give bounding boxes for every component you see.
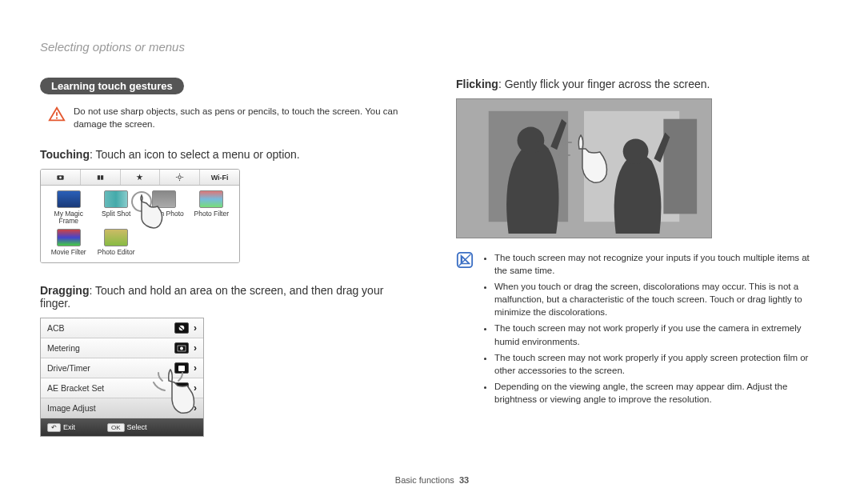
tab-star-icon[interactable] <box>121 170 161 185</box>
dragging-desc: : Touch and hold an area on the screen, … <box>40 284 383 310</box>
warning-callout: Do not use sharp objects, such as pens o… <box>40 106 408 130</box>
tab-camera-icon[interactable] <box>41 170 81 185</box>
svg-point-7 <box>178 176 182 179</box>
svg-marker-6 <box>137 174 143 180</box>
right-column: Flicking: Gently flick your finger acros… <box>456 78 824 437</box>
list-row-metering[interactable]: Metering› <box>41 338 203 358</box>
exit-hint: ↶Exit <box>47 423 75 432</box>
flicking-label: Flicking <box>456 78 498 90</box>
tab-gear-icon[interactable] <box>160 170 200 185</box>
tab-split-icon[interactable] <box>81 170 121 185</box>
touching-label: Touching <box>40 148 90 161</box>
main-columns: Learning touch gestures Do not use sharp… <box>40 78 824 437</box>
page-footer: Basic functions 33 <box>0 475 864 485</box>
info-item: The touch screen may not recognize your … <box>494 251 824 277</box>
info-item: Depending on the viewing angle, the scre… <box>494 380 824 406</box>
app-item-magic-frame[interactable]: My Magic Frame <box>47 190 90 226</box>
svg-point-24 <box>623 138 649 164</box>
tab-wifi[interactable]: Wi-Fi <box>200 170 239 185</box>
touching-desc: : Touch an icon to select a menu or opti… <box>90 148 300 161</box>
section-pill: Learning touch gestures <box>40 78 184 94</box>
select-hint: OKSelect <box>107 423 147 432</box>
app-item-photo-filter[interactable]: Photo Filter <box>190 190 234 226</box>
breadcrumb: Selecting options or menus <box>40 40 824 54</box>
warning-icon <box>48 106 66 130</box>
dragging-heading: Dragging: Touch and hold an area on the … <box>40 284 408 310</box>
info-item: When you touch or drag the screen, disco… <box>494 280 824 318</box>
info-icon <box>456 251 474 272</box>
info-item: The touch screen may not work properly i… <box>494 322 824 347</box>
app-item-movie-filter[interactable]: Movie Filter <box>47 229 90 256</box>
touching-illustration: Wi-Fi My Magic Frame Split Shot Motion P… <box>40 169 240 263</box>
finger-drag-icon <box>150 366 198 426</box>
dragging-illustration: ACB› Metering› Drive/Timer› AE Bracket S… <box>40 318 204 437</box>
svg-point-15 <box>180 346 183 350</box>
svg-point-23 <box>518 127 545 154</box>
flicking-illustration <box>456 98 712 238</box>
info-list: The touch screen may not recognize your … <box>482 251 824 409</box>
flicking-desc: : Gently flick your finger across the sc… <box>498 78 710 90</box>
info-callout: The touch screen may not recognize your … <box>456 251 824 409</box>
app-tabs: Wi-Fi <box>41 170 239 186</box>
svg-point-3 <box>59 177 62 179</box>
app-grid: My Magic Frame Split Shot Motion Photo P… <box>41 186 239 262</box>
svg-rect-22 <box>663 119 697 214</box>
list-row-acb[interactable]: ACB› <box>41 318 203 338</box>
dragging-label: Dragging <box>40 284 89 297</box>
flicking-heading: Flicking: Gently flick your finger acros… <box>456 78 824 90</box>
svg-rect-5 <box>101 175 103 180</box>
svg-rect-4 <box>98 175 100 180</box>
finger-touch-icon <box>129 190 169 238</box>
warning-text: Do not use sharp objects, such as pens o… <box>74 106 408 130</box>
touching-heading: Touching: Touch an icon to select a menu… <box>40 148 408 161</box>
svg-point-1 <box>56 117 58 118</box>
info-item: The touch screen may not work properly i… <box>494 351 824 377</box>
finger-flick-icon <box>557 131 613 195</box>
left-column: Learning touch gestures Do not use sharp… <box>40 78 408 437</box>
